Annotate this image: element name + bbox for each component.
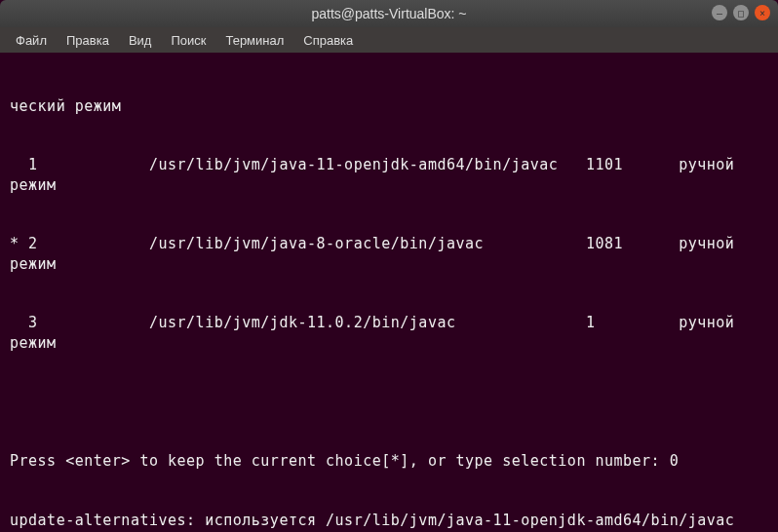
output-line: Press <enter> to keep the current choice…	[10, 451, 768, 471]
menu-terminal[interactable]: Терминал	[217, 31, 292, 50]
menu-view[interactable]: Вид	[121, 31, 160, 50]
close-button[interactable]: ×	[755, 5, 770, 20]
window-title: patts@patts-VirtualBox: ~	[311, 6, 466, 21]
terminal-output[interactable]: ческий режим 1 /usr/lib/jvm/java-11-open…	[0, 53, 778, 532]
window-controls: – □ ×	[712, 5, 770, 20]
minimize-button[interactable]: –	[712, 5, 727, 20]
output-line: 3 /usr/lib/jvm/jdk-11.0.2/bin/javac 1 ру…	[10, 313, 768, 353]
title-bar: patts@patts-VirtualBox: ~ – □ ×	[0, 0, 778, 27]
output-line: * 2 /usr/lib/jvm/java-8-oracle/bin/javac…	[10, 234, 768, 274]
menu-file[interactable]: Файл	[8, 31, 55, 50]
output-line: ческий режим	[10, 96, 768, 116]
output-line: 1 /usr/lib/jvm/java-11-openjdk-amd64/bin…	[10, 155, 768, 195]
menu-edit[interactable]: Правка	[58, 31, 117, 50]
maximize-button[interactable]: □	[733, 5, 749, 20]
terminal-window: patts@patts-VirtualBox: ~ – □ × Файл Пра…	[0, 0, 778, 532]
output-line	[10, 392, 768, 411]
menu-bar: Файл Правка Вид Поиск Терминал Справка	[0, 27, 778, 53]
menu-search[interactable]: Поиск	[163, 31, 214, 50]
output-line: update-alternatives: используется /usr/l…	[10, 511, 768, 532]
menu-help[interactable]: Справка	[295, 31, 361, 50]
